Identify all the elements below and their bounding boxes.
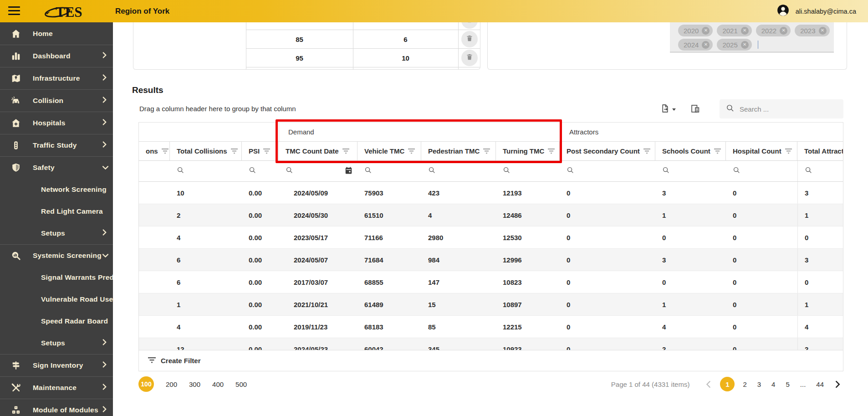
column-header-tmc-count-date[interactable]: TMC Count Date — [279, 142, 357, 160]
table-row[interactable]: 10 0.00 2024/05/09 75903 423 12193 0 3 0… — [139, 182, 843, 204]
sidebar-item-systemic-screening[interactable]: Systemic Screening — [0, 244, 113, 267]
column-chooser-button[interactable] — [690, 104, 700, 115]
delete-button[interactable] — [461, 31, 478, 47]
calendar-icon[interactable] — [344, 166, 353, 177]
delete-button[interactable] — [461, 50, 478, 66]
filter-icon[interactable] — [342, 147, 349, 155]
user-box[interactable]: ali.shalaby@cima.ca — [777, 4, 856, 18]
table-row[interactable]: 4 0.00 2019/11/23 68183 85 12215 0 4 0 4 — [139, 316, 843, 338]
table-row[interactable]: 6 0.00 2017/03/07 68855 147 10823 0 0 0 … — [139, 271, 843, 293]
menu-icon[interactable] — [8, 6, 20, 16]
filter-cell[interactable] — [797, 161, 843, 181]
page-number[interactable]: 3 — [755, 380, 763, 388]
page-number[interactable]: 5 — [783, 380, 791, 388]
filter-icon[interactable] — [162, 147, 168, 155]
close-icon[interactable]: ✕ — [741, 41, 749, 49]
sidebar-item-setups-systemic[interactable]: Setups — [0, 332, 113, 354]
page-number[interactable]: 2 — [740, 380, 749, 388]
page-size-option[interactable]: 500 — [235, 380, 247, 388]
sidebar-item-traffic-study[interactable]: Traffic Study — [0, 134, 113, 156]
sidebar-item-setups-safety[interactable]: Setups — [0, 222, 113, 244]
filter-cell[interactable] — [357, 161, 421, 181]
table-row[interactable]: 12 0.00 2024/05/23 60042 345 10923 0 2 0… — [139, 338, 843, 350]
close-icon[interactable]: ✕ — [702, 41, 710, 49]
sidebar-item-label: Dashboard — [33, 52, 71, 60]
search-input[interactable] — [740, 105, 831, 113]
page-size-option[interactable]: 200 — [166, 380, 177, 388]
filter-cell[interactable] — [421, 161, 496, 181]
create-filter-button[interactable]: Create Filter — [139, 350, 843, 371]
next-page-icon[interactable] — [832, 380, 843, 388]
sidebar-item-label: Safety — [33, 164, 55, 172]
sidebar-item-dashboard[interactable]: Dashboard — [0, 45, 113, 67]
page-number[interactable]: 4 — [769, 380, 777, 388]
column-header-turning-tmc[interactable]: Turning TMC — [496, 142, 560, 160]
filter-icon[interactable] — [643, 147, 650, 155]
filter-icon[interactable] — [548, 147, 555, 155]
tools-icon — [11, 383, 21, 393]
sidebar-item-safety[interactable]: Safety — [0, 156, 113, 179]
filter-cell[interactable] — [496, 161, 560, 181]
column-header-psi[interactable]: PSI — [242, 142, 279, 160]
avatar-icon[interactable] — [777, 4, 789, 18]
search-icon — [567, 166, 574, 176]
sidebar-item-module-of-modules[interactable]: Module of Modules — [0, 399, 113, 416]
year-filter-card: 2020✕ 2021✕ 2022✕ 2023✕ 2024✕ 2025✕ — [487, 22, 847, 70]
table-row[interactable]: 2 0.00 2024/05/30 61510 4 12486 0 1 0 1 — [139, 204, 843, 226]
filter-cell-date[interactable] — [279, 161, 357, 181]
sidebar-item-home[interactable]: Home — [0, 22, 113, 45]
column-header-pedestrian-tmc[interactable]: Pedestrian TMC — [421, 142, 496, 160]
filter-cell[interactable] — [655, 161, 726, 181]
page-size-option[interactable]: 400 — [212, 380, 224, 388]
sidebar-item-network-screening[interactable]: Network Screening — [0, 179, 113, 200]
filter-icon[interactable] — [263, 147, 270, 155]
filter-icon[interactable] — [408, 147, 415, 155]
chevron-right-icon — [102, 97, 107, 105]
close-icon[interactable]: ✕ — [780, 27, 787, 35]
page-number[interactable]: 1 — [720, 377, 735, 391]
filter-icon[interactable] — [231, 147, 238, 155]
close-icon[interactable]: ✕ — [741, 27, 749, 35]
sidebar-item-infrastructure[interactable]: Infrastructure — [0, 67, 113, 89]
year-tagbox[interactable]: 2020✕ 2021✕ 2022✕ 2023✕ 2024✕ 2025✕ — [670, 22, 834, 52]
trash-icon — [466, 53, 473, 62]
filter-cell[interactable] — [726, 161, 797, 181]
filter-cell[interactable] — [560, 161, 655, 181]
sidebar-item-speed-radar-board[interactable]: Speed Radar Board — [0, 310, 113, 332]
page-number[interactable]: 44 — [814, 380, 826, 388]
delete-button[interactable] — [461, 22, 478, 29]
page-size-option[interactable]: 300 — [189, 380, 200, 388]
sidebar-item-vulnerable-road-user[interactable]: Vulnerable Road User — [0, 288, 113, 310]
column-header-total-collisions[interactable]: Total Collisions — [170, 142, 242, 160]
sidebar-item-red-light-camera[interactable]: Red Light Camera — [0, 200, 113, 222]
column-header-schools-count[interactable]: Schools Count — [655, 142, 726, 160]
column-header-post-secondary-count[interactable]: Post Secondary Count — [560, 142, 655, 160]
filter-icon[interactable] — [483, 147, 490, 155]
column-header-collisions[interactable]: ons — [139, 142, 170, 160]
filter-icon[interactable] — [785, 147, 792, 155]
table-row — [246, 22, 480, 30]
column-header-hospital-count[interactable]: Hospital Count — [726, 142, 797, 160]
table-row[interactable]: 4 0.00 2023/05/17 71166 2980 12530 0 0 0… — [139, 226, 843, 249]
sidebar-item-sign-inventory[interactable]: Sign Inventory — [0, 354, 113, 376]
sidebar-item-hospitals[interactable]: Hospitals — [0, 112, 113, 134]
search-box[interactable] — [720, 99, 843, 118]
table-row[interactable]: 1 0.00 2021/10/21 61489 15 10897 0 1 0 1 — [139, 293, 843, 316]
close-icon[interactable]: ✕ — [819, 27, 827, 35]
prev-page-icon[interactable] — [703, 380, 714, 388]
sidebar-item-collision[interactable]: Collision — [0, 89, 113, 112]
sidebar-item-maintenance[interactable]: Maintenance — [0, 376, 113, 399]
page-size-option[interactable]: 100 — [138, 376, 154, 392]
column-header-total-attractors[interactable]: Total Attractors — [797, 142, 843, 160]
filter-cell[interactable] — [242, 161, 279, 181]
threshold-count: 6 — [353, 36, 458, 43]
table-row[interactable]: 6 0.00 2024/05/07 71684 984 12996 0 3 0 … — [139, 249, 843, 271]
filter-cell[interactable] — [170, 161, 242, 181]
export-button[interactable] — [660, 103, 676, 115]
filter-icon[interactable] — [714, 147, 721, 155]
sidebar-item-signal-warrants[interactable]: Signal Warrants Pred. — [0, 267, 113, 288]
close-icon[interactable]: ✕ — [702, 27, 710, 35]
column-chooser-icon — [690, 104, 700, 115]
filter-cell[interactable] — [139, 161, 170, 181]
column-header-vehicle-tmc[interactable]: Vehicle TMC — [357, 142, 421, 160]
